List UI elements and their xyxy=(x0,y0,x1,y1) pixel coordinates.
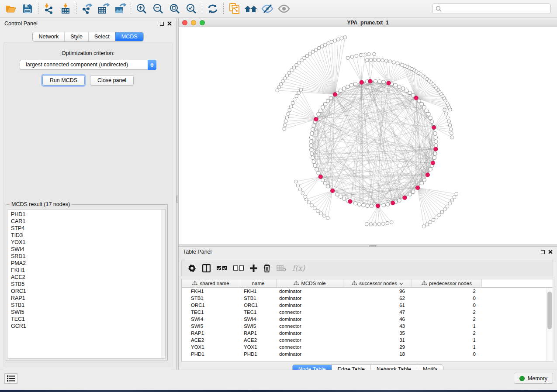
status-bar: Memory xyxy=(0,370,557,390)
table-row[interactable]: STB1STB1dominator620 xyxy=(182,295,553,302)
show-all-icon[interactable] xyxy=(276,1,292,16)
table-row[interactable]: PHD1PHD1dominator180 xyxy=(182,351,553,358)
node-table-scrollbar[interactable] xyxy=(547,288,552,361)
mcds-result-item[interactable]: STB5 xyxy=(11,281,165,288)
table-settings-gear-icon[interactable] xyxy=(188,264,196,272)
mcds-result-item[interactable]: STP4 xyxy=(11,225,165,232)
control-panel: Control Panel NetworkStyleSelectMCDS Opt… xyxy=(0,18,176,370)
cell-successors: 62 xyxy=(343,296,412,301)
mcds-result-item[interactable]: RAP1 xyxy=(11,295,165,302)
run-mcds-button[interactable]: Run MCDS xyxy=(42,75,85,86)
task-history-list-button[interactable] xyxy=(4,373,17,384)
mcds-result-item[interactable]: SWI4 xyxy=(11,246,165,253)
deselect-all-rows-icon[interactable] xyxy=(233,265,244,271)
close-panel-button[interactable]: Close panel xyxy=(90,75,134,86)
cell-role: dominator xyxy=(277,296,343,301)
control-panel-tabs: NetworkStyleSelectMCDS xyxy=(0,32,176,41)
cell-predecessors: 2 xyxy=(412,289,482,294)
mcds-result-item[interactable]: GCR1 xyxy=(11,323,165,330)
mcds-result-item[interactable]: FKH1 xyxy=(11,267,165,274)
column-header-successor-nodes[interactable]: successor nodes xyxy=(343,279,412,287)
mcds-result-item[interactable]: SWI5 xyxy=(11,309,165,316)
cell-name: YOX1 xyxy=(240,344,277,350)
cell-shared-name: STB1 xyxy=(182,296,240,301)
show-column-panel-icon[interactable] xyxy=(202,264,211,272)
cell-role: connector xyxy=(277,323,343,329)
close-table-panel-icon[interactable] xyxy=(548,250,553,254)
table-row[interactable]: RAP1RAP1dominator352 xyxy=(182,330,553,337)
mcds-result-item[interactable]: TEC1 xyxy=(11,316,165,323)
mcds-result-item[interactable]: PHD1 xyxy=(11,211,165,218)
optimization-criterion-select[interactable]: largest connected component (undirected) xyxy=(20,60,156,70)
cell-name: RAP1 xyxy=(240,330,277,336)
column-header-predecessor-nodes[interactable]: predecessor nodes xyxy=(412,279,482,287)
mcds-result-item[interactable]: STB1 xyxy=(11,302,165,309)
node-table-header: shared namenameMCDS rolesuccessor nodesp… xyxy=(182,279,553,288)
table-row[interactable]: ORC1ORC1dominator610 xyxy=(182,302,553,309)
scrollbar-thumb[interactable] xyxy=(547,292,552,329)
export-image-icon[interactable] xyxy=(112,1,128,16)
node-table[interactable]: shared namenameMCDS rolesuccessor nodesp… xyxy=(181,279,553,362)
mcds-result-item[interactable]: SRD1 xyxy=(11,253,165,260)
mcds-result-item[interactable]: ORC1 xyxy=(11,288,165,295)
close-panel-icon[interactable] xyxy=(167,21,172,26)
memory-button[interactable]: Memory xyxy=(514,373,553,384)
mcds-result-scrollbar[interactable] xyxy=(161,210,165,358)
cell-successors: 96 xyxy=(343,289,412,294)
zoom-fit-icon[interactable] xyxy=(166,1,183,16)
refresh-icon[interactable] xyxy=(204,1,221,16)
select-all-rows-icon[interactable] xyxy=(217,265,227,271)
mcds-result-item[interactable]: ACE2 xyxy=(11,274,165,281)
tab-network[interactable]: Network xyxy=(33,32,64,41)
select-stepper-icon xyxy=(148,60,156,70)
mcds-result-item[interactable]: TID3 xyxy=(11,232,165,239)
toolbar-separator xyxy=(76,3,76,15)
tab-style[interactable]: Style xyxy=(64,32,88,41)
create-column-plus-icon[interactable] xyxy=(250,265,257,272)
column-header-name[interactable]: name xyxy=(240,279,277,287)
mcds-result-item[interactable]: PMA2 xyxy=(11,260,165,267)
memory-label: Memory xyxy=(528,375,547,382)
network-window-title: YPA_prune.txt_1 xyxy=(179,20,557,26)
cell-name: SWI4 xyxy=(240,316,277,322)
zoom-selected-icon[interactable] xyxy=(183,1,200,16)
maximize-window-icon[interactable] xyxy=(200,20,205,25)
table-row[interactable]: SWI4SWI4dominator462 xyxy=(182,316,553,323)
search-field-wrap xyxy=(432,3,551,14)
export-network-icon[interactable] xyxy=(79,1,95,16)
cell-predecessors: 2 xyxy=(412,309,482,315)
import-network-icon[interactable] xyxy=(41,1,57,16)
export-table-icon[interactable] xyxy=(95,1,112,16)
open-file-icon[interactable] xyxy=(3,1,19,16)
network-canvas[interactable] xyxy=(179,27,557,244)
close-window-icon[interactable] xyxy=(182,20,187,25)
hide-selected-icon[interactable] xyxy=(259,1,276,16)
import-table-icon[interactable] xyxy=(57,1,74,16)
mcds-result-item[interactable]: CAR1 xyxy=(11,218,165,225)
first-neighbors-icon[interactable] xyxy=(242,1,259,16)
table-row[interactable]: ACE2ACE2connector311 xyxy=(182,337,553,344)
table-row[interactable]: YOX1YOX1connector291 xyxy=(182,344,553,351)
column-header-shared-name[interactable]: shared name xyxy=(182,279,240,287)
table-panel: Table Panel xyxy=(179,247,557,370)
duplicate-network-icon[interactable] xyxy=(226,1,242,16)
zoom-out-icon[interactable] xyxy=(150,1,166,16)
table-row[interactable]: TEC1TEC1connector472 xyxy=(182,309,553,316)
cell-shared-name: FKH1 xyxy=(182,289,240,294)
network-window-titlebar[interactable]: YPA_prune.txt_1 xyxy=(179,18,557,27)
mcds-result-item[interactable]: YOX1 xyxy=(11,239,165,246)
tab-mcds[interactable]: MCDS xyxy=(115,32,143,41)
float-panel-icon[interactable] xyxy=(160,22,164,26)
float-table-panel-icon[interactable] xyxy=(541,250,545,254)
search-input[interactable] xyxy=(432,3,551,14)
toolbar-separator xyxy=(223,3,224,15)
save-session-icon[interactable] xyxy=(19,1,36,16)
delete-column-trash-icon[interactable] xyxy=(263,264,270,272)
minimize-window-icon[interactable] xyxy=(191,20,196,25)
tab-select[interactable]: Select xyxy=(88,32,115,41)
mcds-result-list[interactable]: PHD1CAR1STP4TID3YOX1SWI4SRD1PMA2FKH1ACE2… xyxy=(8,209,166,359)
table-row[interactable]: SWI5SWI5connector431 xyxy=(182,323,553,330)
column-header-mcds-role[interactable]: MCDS role xyxy=(277,279,343,287)
table-row[interactable]: FKH1FKH1dominator962 xyxy=(182,288,553,295)
zoom-in-icon[interactable] xyxy=(133,1,150,16)
